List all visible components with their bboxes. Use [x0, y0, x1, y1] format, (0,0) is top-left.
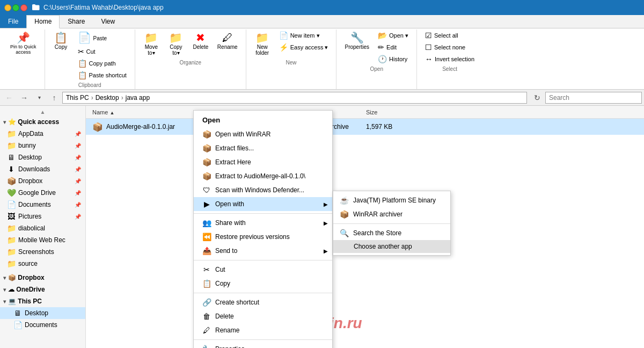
- ctx-extract-to[interactable]: 📦 Extract to AudioMerge-all-0.1.0\: [194, 169, 332, 183]
- sidebar-item-bunny[interactable]: 📁 bunny 📌: [0, 140, 85, 151]
- copy-path-button[interactable]: 📋 Copy path: [74, 57, 130, 69]
- properties-icon: 🔧: [350, 32, 364, 43]
- rename-button[interactable]: 🖊 Rename: [214, 30, 241, 53]
- sidebar-item-desktop[interactable]: 🖥 Desktop 📌: [0, 151, 85, 163]
- path-javaapp[interactable]: java app: [126, 94, 150, 102]
- ctx-scan-defender[interactable]: 🛡 Scan with Windows Defender...: [194, 183, 332, 197]
- pin-icon: 📌: [17, 32, 30, 43]
- sidebar: ▲ ▾ ⭐ Quick access 📁 AppData 📌 📁 bunny 📌…: [0, 106, 86, 348]
- sidebar-item-mobilewebrecorder[interactable]: 📁 Mobile Web Rec: [0, 234, 85, 246]
- ctx-share-arrow: ▶: [324, 220, 328, 226]
- col-size-header[interactable]: Size: [362, 109, 405, 115]
- scroll-up-btn[interactable]: ▲: [0, 108, 85, 116]
- ctx-open-header[interactable]: Open: [194, 113, 332, 127]
- maximize-button[interactable]: [12, 4, 19, 11]
- ctx-properties[interactable]: 🔧 Properties: [194, 342, 332, 348]
- this-pc-section-header[interactable]: ▾ 💻 This PC: [0, 295, 85, 307]
- ctx-extract-files[interactable]: 📦 Extract files...: [194, 141, 332, 155]
- ctx-extract-icon: 📦: [202, 144, 211, 153]
- sub-search-store[interactable]: 🔍 Search the Store: [333, 226, 450, 240]
- minimize-button[interactable]: [4, 4, 11, 11]
- easy-access-button[interactable]: ⚡ Easy access ▾: [275, 41, 332, 53]
- edit-button[interactable]: ✏ Edit: [374, 41, 412, 53]
- ctx-copy-label: Copy: [215, 280, 230, 287]
- pin-quick-access-button[interactable]: 📌 Pin to Quickaccess: [6, 30, 40, 57]
- ctx-copy[interactable]: 📋 Copy: [194, 277, 332, 291]
- ctx-open-with[interactable]: ▶ Open with ▶: [194, 197, 332, 211]
- ctx-create-shortcut[interactable]: 🔗 Create shortcut: [194, 295, 332, 309]
- new-folder-button[interactable]: 📁 Newfolder: [251, 30, 274, 59]
- sub-java-item[interactable]: ☕ Java(TM) Platform SE binary: [333, 193, 450, 207]
- path-desktop[interactable]: Desktop: [96, 94, 119, 102]
- sub-choose-app[interactable]: Choose another app: [333, 240, 450, 253]
- search-input[interactable]: [545, 92, 642, 104]
- cut-button[interactable]: ✂ Cut: [74, 46, 130, 57]
- tab-view[interactable]: View: [93, 15, 123, 28]
- new-item-button[interactable]: 📄 New item ▾: [275, 30, 332, 41]
- copy-to-button[interactable]: 📁 Copyto▾: [164, 30, 188, 59]
- sidebar-item-dropbox[interactable]: 📦 Dropbox 📌: [0, 175, 85, 187]
- move-to-button[interactable]: 📁 Moveto▾: [140, 30, 163, 59]
- sidebar-item-documents-under-pc[interactable]: 📄 Documents: [0, 319, 85, 331]
- sidebar-item-screenshots[interactable]: 📁 Screenshots: [0, 246, 85, 258]
- paste-shortcut-button[interactable]: 📋 Paste shortcut: [74, 69, 130, 81]
- select-all-button[interactable]: ☑ Select all: [421, 30, 478, 41]
- new-group: 📁 Newfolder 📄 New item ▾ ⚡ Easy access ▾…: [246, 30, 337, 89]
- clipboard-group: 📋 Copy 📄 Paste ✂ Cut 📋 Copy path 📋: [45, 30, 135, 89]
- close-button[interactable]: [20, 4, 27, 11]
- ctx-cut[interactable]: ✂ Cut: [194, 263, 332, 277]
- ctx-extract-here[interactable]: 📦 Extract Here: [194, 155, 332, 169]
- ctx-share-with[interactable]: 👥 Share with ▶: [194, 216, 332, 230]
- dropbox-section-label: 📦 Dropbox: [8, 274, 45, 281]
- quick-access-group: 📌 Pin to Quickaccess: [2, 30, 45, 89]
- ctx-delete[interactable]: 🗑 Delete: [194, 309, 332, 323]
- folder-mobilewebrecorder-icon: 📁: [6, 236, 16, 244]
- sidebar-item-googledrive[interactable]: 💚 Google Drive 📌: [0, 187, 85, 199]
- tab-home[interactable]: Home: [26, 15, 60, 28]
- ctx-open-winrar[interactable]: 📦 Open with WinRAR: [194, 127, 332, 141]
- copy-button-large[interactable]: 📋 Copy: [49, 30, 73, 53]
- onedrive-section-label: ☁ OneDrive: [8, 286, 45, 293]
- table-row[interactable]: 📦 AudioMerge-all-0.1.0.jar 4/10/2017 6:5…: [86, 119, 644, 135]
- properties-button[interactable]: 🔧 Properties: [341, 30, 373, 53]
- back-button[interactable]: ←: [2, 91, 16, 105]
- sub-winrar-item[interactable]: 📦 WinRAR archiver: [333, 207, 450, 221]
- open-button[interactable]: 📂 Open ▾: [374, 30, 412, 41]
- tab-file[interactable]: File: [0, 15, 26, 28]
- window-controls[interactable]: [4, 4, 27, 11]
- sidebar-item-documents[interactable]: 📄 Documents 📌: [0, 199, 85, 211]
- ctx-rename[interactable]: 🖊 Rename: [194, 323, 332, 337]
- recent-button[interactable]: ▾: [32, 91, 46, 105]
- sidebar-item-desktop-under-pc[interactable]: 🖥 Desktop: [0, 307, 85, 319]
- paste-button[interactable]: 📄 Paste: [74, 30, 130, 46]
- delete-icon: ✖: [196, 32, 205, 43]
- refresh-button[interactable]: ↻: [530, 91, 544, 105]
- sidebar-documents-under-pc-label: Documents: [25, 321, 81, 329]
- forward-button[interactable]: →: [17, 91, 31, 105]
- sidebar-item-pictures[interactable]: 🖼 Pictures 📌: [0, 211, 85, 222]
- ribbon-content: 📌 Pin to Quickaccess 📋 Copy 📄 Paste ✂ Cu…: [0, 28, 644, 90]
- sidebar-item-downloads[interactable]: ⬇ Downloads 📌: [0, 163, 85, 175]
- quick-access-header[interactable]: ▾ ⭐ Quick access: [0, 116, 85, 128]
- delete-button[interactable]: ✖ Delete: [189, 30, 213, 53]
- history-button[interactable]: 🕐 History: [374, 53, 412, 65]
- chevron-onedrive-icon: ▾: [3, 287, 6, 293]
- dropbox-section-header[interactable]: ▾ 📦 Dropbox: [0, 272, 85, 284]
- sidebar-item-source[interactable]: 📁 source: [0, 258, 85, 270]
- tab-share[interactable]: Share: [60, 15, 93, 28]
- sidebar-item-diabolical[interactable]: 📁 diabolical: [0, 222, 85, 234]
- sidebar-item-appdata[interactable]: 📁 AppData 📌: [0, 128, 85, 140]
- ctx-restore-versions[interactable]: ⏪ Restore previous versions: [194, 230, 332, 244]
- ctx-send-to[interactable]: 📤 Send to ▶: [194, 244, 332, 258]
- path-pc[interactable]: This PC: [66, 94, 89, 102]
- address-path[interactable]: This PC › Desktop › java app: [62, 92, 527, 104]
- copy-to-label: Copyto▾: [170, 44, 182, 56]
- sidebar-diabolical-label: diabolical: [18, 224, 81, 232]
- select-none-button[interactable]: ☐ Select none: [421, 41, 478, 53]
- sidebar-appdata-label: AppData: [18, 130, 72, 137]
- onedrive-section-header[interactable]: ▾ ☁ OneDrive: [0, 284, 85, 295]
- invert-selection-button[interactable]: ↔ Invert selection: [421, 53, 478, 65]
- history-label: History: [389, 56, 407, 62]
- pictures-icon: 🖼: [6, 212, 16, 221]
- up-button[interactable]: ↑: [47, 91, 61, 105]
